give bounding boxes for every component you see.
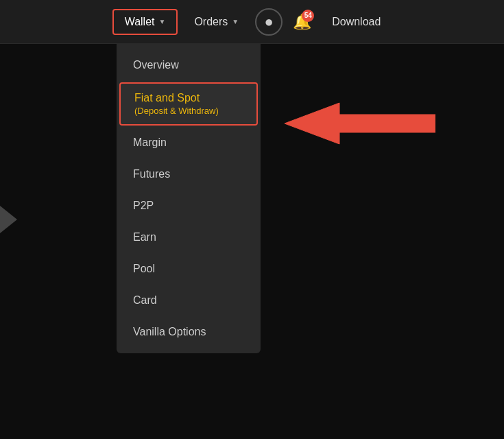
notification-bell[interactable]: 🔔 54 <box>288 8 315 36</box>
card-label: Card <box>133 294 157 306</box>
margin-label: Margin <box>133 137 167 148</box>
vanilla-options-label: Vanilla Options <box>133 326 206 337</box>
orders-chevron-icon: ▼ <box>232 18 239 25</box>
left-decoration <box>0 206 17 233</box>
dropdown-vanilla-options[interactable]: Vanilla Options <box>117 316 261 348</box>
dropdown-card[interactable]: Card <box>117 285 261 316</box>
pool-label: Pool <box>133 263 155 274</box>
dropdown-futures[interactable]: Futures <box>117 158 261 190</box>
navbar: Wallet ▼ Orders ▼ ● 🔔 54 Download <box>0 0 504 44</box>
p2p-label: P2P <box>133 200 154 211</box>
red-arrow-icon <box>285 99 435 147</box>
arrow-annotation <box>285 99 435 150</box>
notification-badge: 54 <box>302 10 314 22</box>
earn-label: Earn <box>133 231 156 243</box>
wallet-nav-item[interactable]: Wallet ▼ <box>112 9 178 35</box>
orders-nav-item[interactable]: Orders ▼ <box>183 10 250 34</box>
wallet-label: Wallet <box>125 16 155 28</box>
dropdown-margin[interactable]: Margin <box>117 127 261 158</box>
avatar-button[interactable]: ● <box>255 8 283 36</box>
dropdown-fiat-spot[interactable]: Fiat and Spot (Deposit & Withdraw) <box>119 82 258 126</box>
dropdown-overview[interactable]: Overview <box>117 49 261 81</box>
wallet-dropdown: Overview Fiat and Spot (Deposit & Withdr… <box>117 44 261 353</box>
download-label: Download <box>332 16 381 27</box>
wallet-chevron-icon: ▼ <box>158 18 165 25</box>
overview-label: Overview <box>133 59 179 71</box>
avatar-icon: ● <box>265 13 274 31</box>
download-nav-item[interactable]: Download <box>321 10 392 34</box>
dropdown-pool[interactable]: Pool <box>117 253 261 285</box>
futures-label: Futures <box>133 168 170 180</box>
fiat-spot-title: Fiat and Spot <box>134 92 243 104</box>
svg-marker-1 <box>285 103 435 144</box>
fiat-spot-subtitle: (Deposit & Withdraw) <box>134 106 243 116</box>
orders-label: Orders <box>194 16 228 28</box>
dropdown-earn[interactable]: Earn <box>117 222 261 253</box>
dropdown-p2p[interactable]: P2P <box>117 190 261 222</box>
